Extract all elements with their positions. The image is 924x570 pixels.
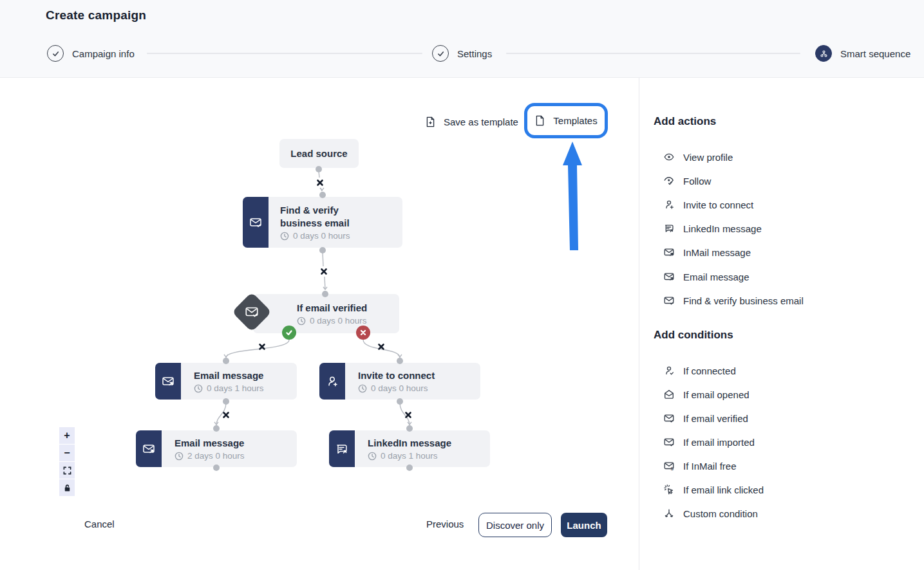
- chat-send-icon: [329, 430, 355, 467]
- remove-step-icon[interactable]: [257, 342, 267, 352]
- sidebar-condition-custom-condition[interactable]: Custom condition: [663, 505, 758, 522]
- branch-split-icon: [663, 508, 675, 519]
- remove-step-icon[interactable]: [221, 410, 231, 420]
- mail-send-icon: [663, 271, 675, 282]
- connector-dot[interactable]: [319, 192, 326, 198]
- sidebar-action-inmail-message[interactable]: InMail message: [663, 244, 751, 261]
- remove-step-icon[interactable]: [315, 178, 325, 188]
- condition-yes-badge[interactable]: [282, 326, 296, 340]
- clock-icon: [194, 384, 203, 393]
- page-title: Create campaign: [46, 8, 146, 23]
- flow-node-find-verify-email[interactable]: Find & verify business email 0 days 0 ho…: [243, 197, 402, 248]
- save-as-template-label: Save as template: [444, 116, 518, 127]
- remove-step-icon[interactable]: [319, 266, 329, 277]
- chat-send-icon: [663, 223, 675, 234]
- mail-send-icon: [155, 363, 181, 400]
- step-connector: [506, 53, 800, 54]
- clock-icon: [174, 452, 184, 461]
- node-title: Find & verify business email: [280, 204, 351, 230]
- person-plus-icon: [319, 363, 345, 400]
- connector-dot[interactable]: [213, 425, 220, 432]
- sidebar-condition-if-email-link-clicked[interactable]: If email link clicked: [663, 481, 764, 498]
- flow-node-invite-to-connect[interactable]: Invite to connect 0 days 0 hours: [319, 363, 480, 400]
- cancel-button[interactable]: Cancel: [84, 519, 115, 529]
- clock-icon: [358, 384, 367, 393]
- connector-dot[interactable]: [213, 464, 220, 471]
- launch-button[interactable]: Launch: [561, 513, 607, 537]
- clock-icon: [368, 452, 377, 461]
- sidebar-item-label: If InMail free: [683, 461, 737, 472]
- sidebar-item-label: If email imported: [683, 437, 755, 448]
- sidebar-condition-if-connected[interactable]: If connected: [663, 362, 736, 379]
- node-title: Invite to connect: [358, 369, 435, 382]
- sidebar-item-label: If email verified: [683, 413, 748, 424]
- step-check-icon: [47, 45, 64, 62]
- lock-button[interactable]: [59, 479, 75, 496]
- condition-no-badge[interactable]: [356, 326, 370, 340]
- flow-node-email-message-2[interactable]: Email message 2 days 0 hours: [136, 430, 297, 467]
- fit-view-button[interactable]: [59, 462, 75, 479]
- sidebar-condition-if-email-verified[interactable]: If email verified: [663, 410, 748, 427]
- node-delay: 0 days 0 hours: [358, 383, 435, 393]
- sidebar-item-label: If connected: [683, 365, 736, 376]
- sidebar-condition-if-inmail-free[interactable]: $ If InMail free: [663, 457, 737, 474]
- step-settings[interactable]: Settings: [432, 44, 492, 62]
- mail-send-icon: [663, 246, 675, 258]
- flow-node-email-message-1[interactable]: Email message 0 days 1 hours: [155, 363, 297, 400]
- flow-node-linkedin-message[interactable]: LinkedIn message 0 days 1 hours: [329, 430, 490, 467]
- add-actions-heading: Add actions: [654, 115, 716, 128]
- mail-open-icon: [663, 389, 675, 400]
- connector-dot[interactable]: [406, 425, 413, 432]
- node-title: Email message: [194, 369, 264, 382]
- sidebar-condition-if-email-imported[interactable]: If email imported: [663, 434, 755, 450]
- sidebar-item-label: Find & verify business email: [683, 295, 804, 306]
- connector-dot[interactable]: [316, 166, 322, 172]
- sidebar-action-email-message[interactable]: Email message: [663, 268, 750, 285]
- person-plus-icon: [663, 199, 675, 210]
- zoom-out-button[interactable]: −: [59, 445, 75, 461]
- person-check-icon: [663, 365, 675, 376]
- step-smart-sequence[interactable]: Smart sequence: [815, 44, 910, 62]
- document-plus-icon: [425, 116, 436, 128]
- node-title: Lead source: [290, 148, 347, 159]
- connector-dot[interactable]: [223, 398, 229, 405]
- sidebar-action-linkedin-message[interactable]: LinkedIn message: [663, 220, 762, 237]
- node-title: LinkedIn message: [368, 437, 451, 450]
- connector-dot[interactable]: [223, 358, 229, 364]
- canvas-zoom-controls: + −: [59, 427, 75, 497]
- connector-dot[interactable]: [406, 464, 413, 471]
- remove-step-icon[interactable]: [403, 410, 413, 420]
- save-as-template-button[interactable]: Save as template: [425, 113, 518, 130]
- annotation-arrow: [0, 0, 639, 570]
- connector-dot[interactable]: [397, 358, 403, 364]
- connector-dot[interactable]: [397, 398, 403, 405]
- discover-only-button[interactable]: Discover only: [478, 513, 552, 537]
- step-label: Settings: [457, 48, 492, 59]
- connector-dot[interactable]: [322, 291, 328, 297]
- step-check-icon: [432, 45, 449, 62]
- sidebar-item-label: Follow: [683, 176, 711, 187]
- node-title: Email message: [174, 437, 245, 450]
- node-delay: 0 days 0 hours: [280, 231, 351, 241]
- node-delay: 0 days 1 hours: [368, 451, 451, 461]
- sidebar-action-follow[interactable]: Follow: [663, 172, 711, 189]
- cursor-click-icon: [663, 484, 675, 495]
- zoom-in-button[interactable]: +: [59, 427, 75, 444]
- remove-step-icon[interactable]: [376, 342, 386, 352]
- step-campaign-info[interactable]: Campaign info: [47, 44, 135, 62]
- templates-button[interactable]: Templates: [524, 103, 608, 138]
- flow-node-lead-source[interactable]: Lead source: [279, 139, 359, 168]
- connector-dot[interactable]: [319, 247, 326, 253]
- sidebar-action-view-profile[interactable]: View profile: [663, 149, 733, 165]
- fit-view-icon: [63, 466, 71, 475]
- mail-check-icon: [663, 295, 675, 306]
- sidebar-item-label: Invite to connect: [683, 199, 753, 210]
- sidebar-action-invite-to-connect[interactable]: Invite to connect: [663, 196, 753, 213]
- sidebar-condition-if-email-opened[interactable]: If email opened: [663, 386, 750, 403]
- step-connector: [147, 53, 422, 54]
- flow-node-if-email-verified[interactable]: If email verified 0 days 0 hours: [253, 294, 399, 333]
- previous-button[interactable]: Previous: [426, 519, 464, 529]
- sidebar-action-find-verify-email[interactable]: Find & verify business email: [663, 292, 804, 309]
- clock-icon: [297, 317, 306, 326]
- sidebar-divider: [639, 78, 639, 570]
